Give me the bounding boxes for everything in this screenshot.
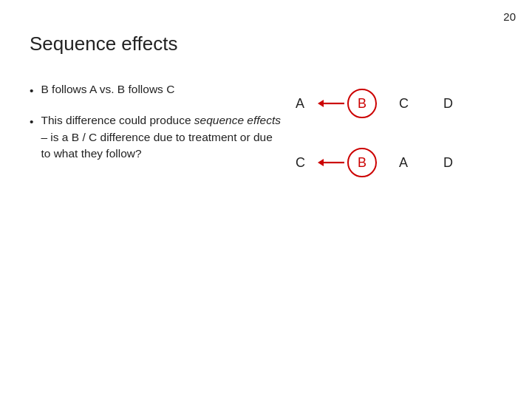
slide-title: Sequence effects (30, 33, 177, 55)
diagram-row-2: C B A D (296, 148, 466, 177)
diagram-label-d-row2: D (443, 155, 466, 171)
diagram-row-1: A B C D (296, 89, 466, 118)
diagram-label-d-row1: D (443, 96, 466, 112)
slide-number: 20 (503, 10, 516, 23)
content-area: • B follows A vs. B follows C • This dif… (30, 81, 502, 177)
list-item: • B follows A vs. B follows C (30, 81, 281, 99)
bullet-section: • B follows A vs. B follows C • This dif… (30, 81, 281, 177)
list-item: • This difference could produce sequence… (30, 112, 281, 162)
bullet-dot: • (30, 83, 33, 99)
diagram-section: A B C D C B A D (281, 81, 502, 177)
circle-b-2: B (347, 148, 377, 177)
diagram-label-c-left: C (296, 155, 318, 171)
diagram-label-c-row1: C (399, 96, 421, 112)
svg-marker-3 (318, 159, 324, 166)
bullet-text-2: This difference could produce sequence e… (41, 112, 281, 162)
arrow-left-icon (318, 156, 346, 169)
svg-marker-1 (318, 100, 324, 107)
arrow-left-icon (318, 97, 346, 110)
circle-b-1: B (347, 89, 377, 118)
diagram-label-a-row2: A (399, 155, 421, 171)
bullet-dot: • (30, 114, 33, 130)
bullet-text-1: B follows A vs. B follows C (41, 81, 174, 98)
diagram-label-a: A (296, 96, 318, 112)
